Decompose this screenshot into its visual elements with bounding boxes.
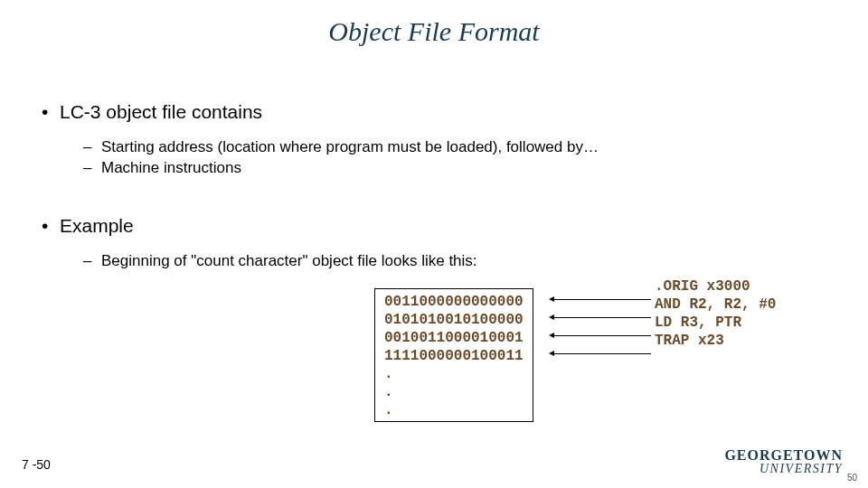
slide-content: LC-3 object file contains Starting addre… <box>0 47 868 272</box>
obj-line-1: 0101010010100000 <box>384 311 524 329</box>
subitem-starting-address: Starting address (location where program… <box>101 137 832 158</box>
obj-line-0: 0011000000000000 <box>384 293 524 311</box>
bullet-example: Example <box>60 215 832 237</box>
page-number: 50 <box>847 473 857 483</box>
slide-title: Object File Format <box>0 0 868 47</box>
logo-top: GEORGETOWN <box>724 448 843 463</box>
arrow-3 <box>553 353 651 354</box>
slide-number: 7 -50 <box>22 457 51 472</box>
arrow-1 <box>553 317 651 318</box>
obj-line-2: 0010011000010001 <box>384 329 524 347</box>
obj-line-3: 1111000000100011 <box>384 347 524 365</box>
anno-orig: .ORIG x3000 <box>655 277 776 296</box>
obj-line-6: . <box>384 401 524 419</box>
anno-trap: TRAP x23 <box>655 332 776 350</box>
bullet-lc3-contains: LC-3 object file contains <box>60 101 832 123</box>
arrow-0 <box>553 299 651 300</box>
obj-line-4: . <box>384 365 524 383</box>
subitem-intro: Beginning of "count character" object fi… <box>101 251 832 272</box>
arrow-2 <box>553 335 651 336</box>
anno-ld: LD R3, PTR <box>655 314 776 332</box>
sublist-example: Beginning of "count character" object fi… <box>101 251 832 272</box>
georgetown-logo: GEORGETOWN UNIVERSITY <box>724 448 843 475</box>
object-file-box: 0011000000000000 0101010010100000 001001… <box>374 288 533 422</box>
anno-and: AND R2, R2, #0 <box>655 296 776 314</box>
logo-bot: UNIVERSITY <box>724 463 843 475</box>
asm-annotations: .ORIG x3000 AND R2, R2, #0 LD R3, PTR TR… <box>655 277 776 350</box>
subitem-machine-instructions: Machine instructions <box>101 158 832 179</box>
obj-line-5: . <box>384 383 524 401</box>
sublist-lc3: Starting address (location where program… <box>101 137 832 179</box>
